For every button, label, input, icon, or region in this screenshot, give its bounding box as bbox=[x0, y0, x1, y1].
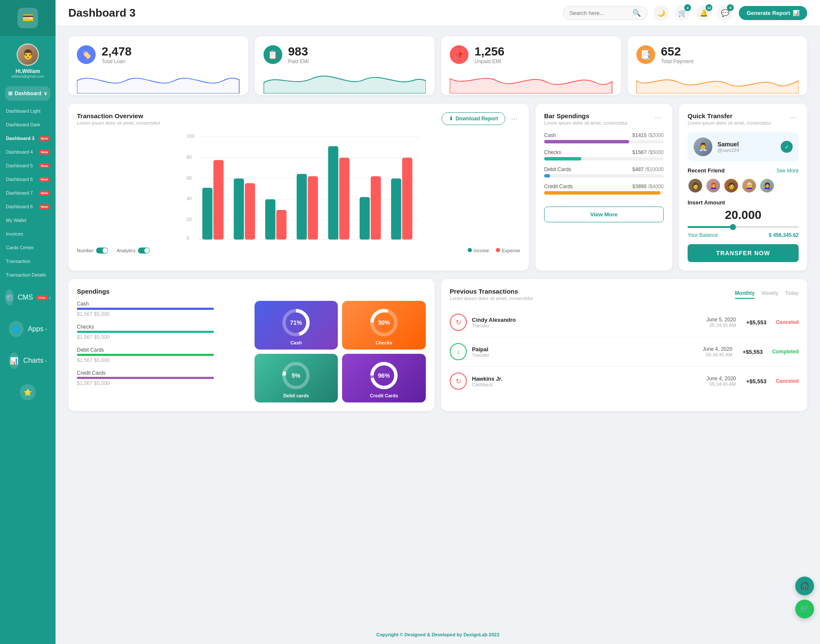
svg-rect-27 bbox=[245, 183, 255, 239]
apps-btn[interactable]: 🌐 Apps › bbox=[6, 318, 50, 341]
sidebar-item-dashboard-7[interactable]: Dashboard 7 New bbox=[0, 186, 56, 200]
spending-debit-vals: $1,567 $5,000 bbox=[77, 357, 249, 363]
svg-rect-29 bbox=[308, 176, 318, 239]
expense-legend-label: Expense bbox=[502, 248, 520, 253]
sidebar: 💳 👨 Hi,William william@gmail.com ⊞ Dashb… bbox=[0, 0, 56, 644]
donut-cash-label: Cash bbox=[290, 340, 302, 345]
sidebar-item-dashboard-6[interactable]: Dashboard 6 New bbox=[0, 172, 56, 186]
nav-badge-4: New bbox=[39, 150, 50, 154]
cms-btn[interactable]: ⚙️ CMS New › bbox=[6, 286, 50, 309]
amount-slider[interactable] bbox=[688, 226, 799, 228]
checks-bar-amount: $1567 /$5000 bbox=[633, 149, 664, 155]
footer-brand: DexignLab bbox=[463, 632, 487, 637]
download-report-button[interactable]: ⬇ Download Report bbox=[442, 112, 505, 125]
chat-badge: 5 bbox=[727, 4, 734, 11]
sidebar-profile: 👨 Hi,William william@gmail.com bbox=[0, 36, 56, 83]
number-toggle[interactable] bbox=[96, 248, 108, 254]
svg-rect-21 bbox=[265, 199, 275, 239]
favorites-btn[interactable]: ⭐ bbox=[6, 381, 50, 404]
transaction-more-btn[interactable]: ··· bbox=[509, 114, 520, 124]
bar-spendings-more-btn[interactable]: ··· bbox=[652, 112, 664, 123]
search-box[interactable]: 🔍 bbox=[563, 6, 647, 20]
float-support-btn[interactable]: 🎧 bbox=[795, 577, 814, 595]
nav-badge-7: New bbox=[39, 191, 50, 195]
apps-label: Apps bbox=[28, 325, 43, 333]
sidebar-section-charts: 📊 Charts › bbox=[0, 345, 56, 376]
transfer-now-button[interactable]: TRANSFER NOW bbox=[688, 244, 799, 262]
sidebar-item-cards-center[interactable]: Cards Center bbox=[0, 241, 56, 254]
spendings-bar-debit: Debit Cards $487 /$10000 bbox=[544, 166, 664, 178]
see-more-link[interactable]: See More bbox=[776, 168, 799, 174]
moon-btn[interactable]: 🌙 bbox=[653, 5, 669, 20]
recent-friend-header: Recent Friend See More bbox=[688, 167, 799, 174]
friend-avatar-2[interactable]: 👩‍🦰 bbox=[706, 178, 721, 193]
svg-text:Sat: Sat bbox=[396, 243, 403, 243]
sidebar-item-transaction[interactable]: Transaction bbox=[0, 254, 56, 268]
chat-btn[interactable]: 💬 5 bbox=[718, 5, 733, 20]
sidebar-item-dashboard-8[interactable]: Dashboard 8 New bbox=[0, 200, 56, 213]
svg-text:Thu: Thu bbox=[332, 243, 340, 243]
transaction-item-3: ↻ Hawkins Jr. Cashback June 4, 2020 05:3… bbox=[450, 367, 799, 396]
middle-row: Transaction Overview Lorem ipsum dolor s… bbox=[68, 104, 807, 271]
sidebar-item-my-wallet[interactable]: My Wallet bbox=[0, 213, 56, 227]
svg-rect-31 bbox=[371, 176, 381, 239]
friend-avatar-5[interactable]: 👩‍🦱 bbox=[759, 178, 775, 193]
sidebar-item-dashboard-light[interactable]: Dashboard Light bbox=[0, 104, 56, 118]
paid-emi-label: Paid EMI bbox=[288, 58, 309, 64]
generate-report-label: Generate Report bbox=[747, 10, 790, 16]
balance-row: Your Balance $ 456,345.62 bbox=[688, 232, 799, 238]
unpaid-emi-value: 1,256 bbox=[474, 45, 504, 58]
trans-date-1: June 5, 2020 05:34:45 AM bbox=[706, 317, 736, 328]
cart-btn[interactable]: 🛒 2 bbox=[675, 5, 690, 20]
spending-checks-label: Checks bbox=[77, 324, 249, 330]
trans-info-3: Hawkins Jr. Cashback bbox=[472, 376, 503, 387]
sidebar-item-dashboard-4[interactable]: Dashboard 4 New bbox=[0, 145, 56, 159]
search-icon: 🔍 bbox=[633, 9, 641, 17]
transaction-item-2: ↓ Paipal Transfer June 4, 2020 05:34:45 … bbox=[450, 337, 799, 367]
cart-badge: 2 bbox=[684, 4, 691, 11]
view-more-button[interactable]: View More bbox=[544, 207, 664, 222]
trans-icon-3: ↻ bbox=[450, 373, 467, 390]
donut-cash: 71% Cash bbox=[255, 301, 338, 350]
cms-label: CMS bbox=[18, 294, 33, 301]
sidebar-item-transaction-details[interactable]: Transaction Details bbox=[0, 268, 56, 282]
donut-checks: 30% Checks bbox=[342, 301, 426, 350]
trans-name-2: Paipal bbox=[472, 346, 489, 353]
dashboard-dropdown-btn[interactable]: ⊞ Dashboard ∨ bbox=[5, 86, 50, 101]
sidebar-item-dashboard-3[interactable]: Dashboard 3 New bbox=[0, 131, 56, 145]
float-cart-btn[interactable]: 🛒 bbox=[795, 600, 814, 618]
balance-label: Your Balance bbox=[688, 232, 718, 238]
svg-text:Mon: Mon bbox=[237, 243, 246, 243]
search-input[interactable] bbox=[569, 10, 629, 16]
footer-year: 2023 bbox=[489, 632, 499, 637]
sidebar-item-dashboard-dark[interactable]: Dashboard Dark bbox=[0, 118, 56, 131]
analytics-toggle[interactable] bbox=[138, 248, 150, 254]
quick-transfer-more-btn[interactable]: ··· bbox=[787, 112, 799, 123]
sidebar-item-dashboard-5[interactable]: Dashboard 5 New bbox=[0, 159, 56, 172]
friend-avatar-3[interactable]: 🧑 bbox=[723, 178, 739, 193]
avatar: 👨 bbox=[17, 44, 39, 66]
charts-btn[interactable]: 📊 Charts › bbox=[6, 349, 50, 372]
nav-badge-3: New bbox=[39, 136, 50, 141]
cash-bar-amount: $1415 /$2000 bbox=[633, 132, 664, 138]
debit-bar-label: Debit Cards bbox=[544, 166, 571, 172]
sidebar-item-invoices[interactable]: Invoices bbox=[0, 227, 56, 241]
donut-debit-label: Debit cards bbox=[283, 393, 309, 398]
paid-emi-value: 983 bbox=[288, 45, 309, 58]
friend-avatar-4[interactable]: 👩‍🦳 bbox=[741, 178, 757, 193]
trans-amount-2: +$5,553 bbox=[743, 349, 763, 355]
total-loan-label: Total Loan bbox=[102, 58, 132, 64]
tab-weekly[interactable]: Weekly bbox=[761, 290, 778, 299]
svg-text:Sun: Sun bbox=[207, 243, 215, 243]
tab-today[interactable]: Today bbox=[785, 290, 799, 299]
total-payment-label: Total Payment bbox=[661, 58, 694, 64]
donut-cash-svg: 71% bbox=[281, 308, 311, 338]
tab-monthly[interactable]: Monthly bbox=[735, 290, 755, 299]
logo-icon: 💳 bbox=[18, 8, 38, 28]
bell-btn[interactable]: 🔔 12 bbox=[696, 5, 712, 20]
bar-spendings-subtitle: Lorem ipsum dolor sit amet, consectetur bbox=[544, 120, 628, 125]
spending-credit: Credit Cards $1,567 $5,000 bbox=[77, 370, 249, 386]
svg-text:71%: 71% bbox=[290, 319, 302, 326]
friend-avatar-1[interactable]: 👩 bbox=[688, 178, 703, 193]
generate-report-button[interactable]: Generate Report 📊 bbox=[739, 6, 807, 20]
